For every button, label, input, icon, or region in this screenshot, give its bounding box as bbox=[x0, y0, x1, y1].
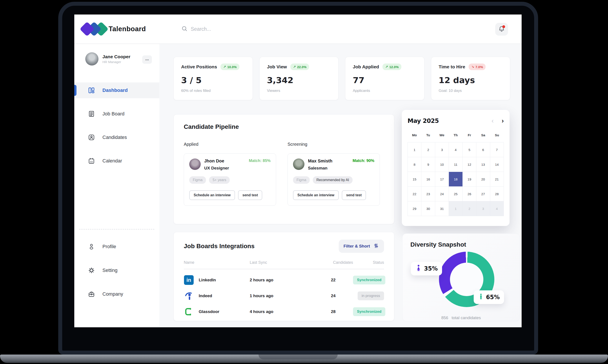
calendar-day[interactable]: 31 bbox=[435, 201, 449, 216]
user-name: Jane Cooper bbox=[103, 54, 130, 59]
schedule-interview-button[interactable]: Schedule an interview bbox=[293, 190, 339, 200]
search-input[interactable] bbox=[191, 26, 283, 32]
stat-card-job-view: Job View ↗22.0% 3,342 Viewers bbox=[259, 57, 339, 100]
calendar-day[interactable]: 20 bbox=[476, 172, 490, 187]
calendar-day[interactable]: 29 bbox=[408, 201, 421, 216]
total-candidates-text: 856 total candidates bbox=[410, 315, 512, 320]
calendar-day[interactable]: 9 bbox=[421, 157, 435, 172]
calendar-day[interactable]: 19 bbox=[463, 172, 476, 187]
diversity-donut-chart: 35% 65% bbox=[410, 248, 512, 314]
trend-value: 12.0% bbox=[389, 65, 399, 69]
calendar-day[interactable]: 23 bbox=[421, 187, 435, 201]
sliders-icon bbox=[373, 243, 379, 250]
calendar-day[interactable]: 22 bbox=[408, 187, 421, 201]
calendar-day[interactable]: 8 bbox=[408, 157, 421, 172]
calendar-day[interactable]: 15 bbox=[408, 172, 421, 187]
glassdoor-icon bbox=[184, 307, 194, 317]
calendar-day[interactable]: 14 bbox=[490, 157, 504, 172]
calendar-day[interactable]: 10 bbox=[435, 157, 449, 172]
calendar-day[interactable]: 27 bbox=[476, 187, 490, 201]
weekday-label: Fr bbox=[463, 133, 476, 137]
calendar-day-next-month[interactable]: 2 bbox=[463, 201, 476, 216]
sidebar-item-label: Candidates bbox=[103, 134, 127, 140]
stat-title: Job Applied bbox=[353, 64, 379, 69]
tag: 5+ years bbox=[209, 176, 230, 184]
calendar-day[interactable]: 13 bbox=[476, 157, 490, 172]
calendar-icon bbox=[88, 157, 95, 164]
stat-card-active-positions: Active Positions ↗10.0% 3 / 5 60% of rol… bbox=[173, 57, 253, 100]
trend-badge: ↘7.0% bbox=[469, 64, 486, 70]
indeed-icon bbox=[184, 291, 194, 301]
schedule-interview-button[interactable]: Schedule an interview bbox=[189, 190, 235, 200]
calendar-day[interactable]: 6 bbox=[476, 143, 490, 157]
calendar-day-next-month[interactable]: 4 bbox=[490, 201, 504, 216]
weekday-label: Th bbox=[449, 133, 463, 137]
filter-sort-label: Filter & Short bbox=[344, 244, 370, 249]
send-test-button[interactable]: send test bbox=[238, 190, 262, 200]
calendar-day[interactable]: 11 bbox=[449, 157, 463, 172]
secondary-nav: Profile Setting bbox=[74, 239, 159, 310]
next-month-button[interactable]: › bbox=[502, 117, 504, 124]
brand-name: Talenboard bbox=[109, 25, 146, 33]
calendar-day[interactable]: 21 bbox=[490, 172, 504, 187]
status-badge: in progress bbox=[358, 291, 384, 300]
calendar-day[interactable]: 2 bbox=[421, 143, 435, 157]
column-header: Last Sync bbox=[250, 260, 313, 265]
calendar-day[interactable]: 5 bbox=[463, 143, 476, 157]
sidebar-item-label: Job Board bbox=[103, 111, 124, 117]
table-row[interactable]: Glassdoor 4 hours ago 28 Synchronized bbox=[184, 307, 384, 317]
sidebar-item-label: Setting bbox=[103, 268, 117, 273]
calendar-day[interactable]: 7 bbox=[490, 143, 504, 157]
calendar-day[interactable]: 4 bbox=[449, 143, 463, 157]
send-test-button[interactable]: send test bbox=[342, 190, 366, 200]
calendar-day[interactable]: 30 bbox=[421, 201, 435, 216]
stage-label: Applied bbox=[184, 142, 276, 147]
active-indicator bbox=[74, 85, 77, 96]
calendar-day-next-month[interactable]: 1 bbox=[449, 201, 463, 216]
sidebar-item-profile[interactable]: Profile bbox=[74, 239, 159, 255]
table-row[interactable]: in LinkedIn 2 hours ago 22 Synchronized bbox=[184, 275, 384, 285]
sidebar-item-setting[interactable]: Setting bbox=[74, 262, 159, 278]
linkedin-icon: in bbox=[184, 275, 194, 285]
calendar-day[interactable]: 17 bbox=[435, 172, 449, 187]
calendar-day[interactable]: 24 bbox=[435, 187, 449, 201]
calendar-day[interactable]: 3 bbox=[435, 143, 449, 157]
calendar-day-next-month[interactable]: 3 bbox=[476, 201, 490, 216]
candidate-name-role: Jhon Doe UX Designer bbox=[204, 158, 249, 170]
table-row[interactable]: Indeed 1 hours ago 24 in progress bbox=[184, 291, 384, 301]
sidebar-item-calendar[interactable]: Calendar bbox=[74, 153, 159, 169]
last-sync-cell: 1 hours ago bbox=[250, 293, 313, 298]
integration-name: Glassdoor bbox=[199, 309, 219, 314]
stat-header: Job Applied ↗12.0% bbox=[353, 64, 417, 70]
calendar-day-selected[interactable]: 18 bbox=[449, 172, 463, 187]
candidate-actions: Schedule an interview send test bbox=[189, 190, 271, 200]
stat-subtext: Viewers bbox=[267, 89, 331, 93]
sidebar-item-job-board[interactable]: Job Board bbox=[74, 106, 159, 122]
calendar-day[interactable]: 28 bbox=[490, 187, 504, 201]
calendar-day[interactable]: 16 bbox=[421, 172, 435, 187]
weekday-label: Tu bbox=[421, 133, 435, 137]
sidebar-item-label: Profile bbox=[103, 244, 116, 249]
calendar-day[interactable]: 1 bbox=[408, 143, 421, 157]
male-percent: 65% bbox=[486, 294, 500, 300]
candidate-tags: Figma 5+ years bbox=[189, 176, 271, 184]
calendar-day[interactable]: 12 bbox=[463, 157, 476, 172]
sidebar-item-label: Dashboard bbox=[103, 88, 128, 93]
prev-month-button[interactable]: ‹ bbox=[492, 117, 494, 124]
stat-title: Time to Hire bbox=[439, 64, 465, 69]
candidates-cell: 22 bbox=[313, 278, 353, 283]
calendar-widget: May 2025 ‹ › Mo Tu We Th Fr Sa Su 1 bbox=[402, 110, 509, 226]
calendar-day[interactable]: 25 bbox=[449, 187, 463, 201]
filter-sort-button[interactable]: Filter & Short bbox=[339, 240, 384, 253]
sidebar-item-candidates[interactable]: Candidates bbox=[74, 130, 159, 145]
notifications-button[interactable] bbox=[495, 23, 508, 36]
integration-name: LinkedIn bbox=[199, 278, 216, 283]
calendar-nav: ‹ › bbox=[492, 117, 504, 124]
stat-value: 3,342 bbox=[267, 75, 331, 85]
diversity-snapshot-card: Diversity Snapshot 35% bbox=[402, 234, 520, 321]
profile-more-button[interactable]: ... bbox=[142, 55, 152, 64]
calendar-day[interactable]: 26 bbox=[463, 187, 476, 201]
sidebar-item-dashboard[interactable]: Dashboard bbox=[74, 82, 159, 98]
sidebar-item-company[interactable]: Company bbox=[74, 286, 159, 302]
calendar-grid: 1 2 3 4 5 6 7 8 9 10 11 12 13 14 15 16 1 bbox=[408, 142, 504, 216]
